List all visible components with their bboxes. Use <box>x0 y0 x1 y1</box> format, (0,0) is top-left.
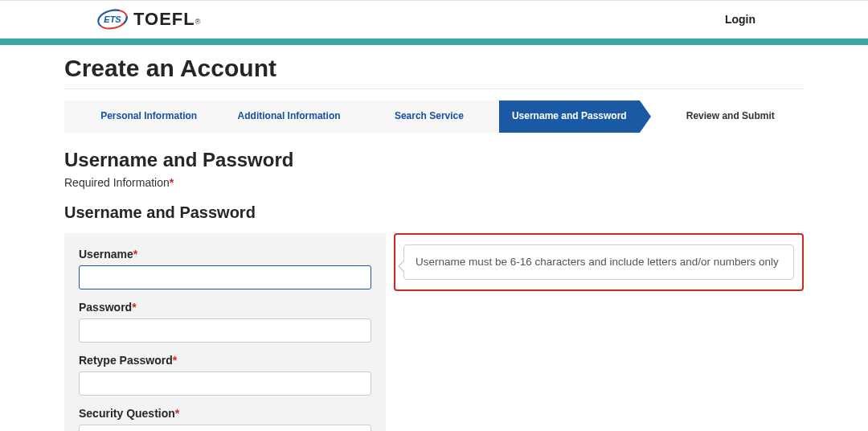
login-link[interactable]: Login <box>725 13 755 26</box>
username-label: Username* <box>79 248 371 261</box>
step-label: Review and Submit <box>686 111 775 122</box>
step-review-submit[interactable]: Review and Submit <box>640 101 805 133</box>
toefl-logo-text: TOEFL® <box>133 9 200 30</box>
security-question-select[interactable]: Select <box>79 425 371 431</box>
username-hint-tooltip: Username must be 6-16 characters and inc… <box>403 244 794 280</box>
retype-password-field-group: Retype Password* <box>79 354 371 396</box>
step-username-password[interactable]: Username and Password <box>499 101 639 133</box>
ets-logo-icon: ETS <box>96 9 129 30</box>
subsection-heading: Username and Password <box>64 203 804 222</box>
step-personal-information[interactable]: Personal Information <box>79 101 219 133</box>
security-question-label: Security Question* <box>79 407 371 420</box>
page-title: Create an Account <box>64 55 804 89</box>
step-search-service[interactable]: Search Service <box>359 101 499 133</box>
form-panel: Username* Password* Retype Password* Sec… <box>64 233 386 431</box>
password-label: Password* <box>79 301 371 314</box>
password-field-group: Password* <box>79 301 371 343</box>
password-input[interactable] <box>79 318 371 343</box>
step-label: Username and Password <box>512 111 627 122</box>
brand-logo[interactable]: ETS TOEFL® <box>96 9 200 30</box>
required-note: Required Information* <box>64 176 804 189</box>
hint-highlight-box: Username must be 6-16 characters and inc… <box>394 233 804 291</box>
section-heading: Username and Password <box>64 149 804 171</box>
username-input[interactable] <box>79 265 371 289</box>
step-additional-information[interactable]: Additional Information <box>219 101 358 133</box>
step-label: Personal Information <box>100 111 197 122</box>
accent-band <box>0 39 868 45</box>
step-label: Search Service <box>395 111 464 122</box>
step-label: Additional Information <box>238 111 341 122</box>
progress-stepper: Personal Information Additional Informat… <box>64 101 804 133</box>
username-field-group: Username* <box>79 248 371 289</box>
retype-password-label: Retype Password* <box>79 354 371 367</box>
retype-password-input[interactable] <box>79 371 371 396</box>
svg-text:ETS: ETS <box>104 14 121 24</box>
top-bar: ETS TOEFL® Login <box>0 0 868 39</box>
security-question-field-group: Security Question* Select <box>79 407 371 431</box>
hint-column: Username must be 6-16 characters and inc… <box>394 233 804 291</box>
